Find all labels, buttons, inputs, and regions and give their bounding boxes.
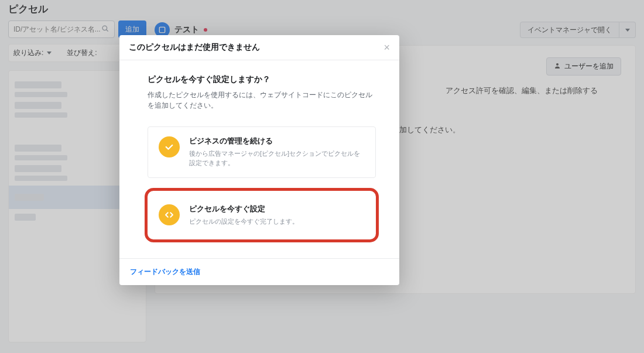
check-icon — [159, 136, 180, 157]
option-text: ピクセルを今すぐ設定 ピクセルの設定を今すぐ完了します。 — [189, 204, 299, 227]
option-setup-now[interactable]: ピクセルを今すぐ設定 ピクセルの設定を今すぐ完了します。 — [148, 191, 376, 240]
modal-title: このピクセルはまだ使用できません — [129, 42, 260, 53]
option-title: ビジネスの管理を続ける — [189, 136, 365, 146]
close-icon[interactable]: × — [383, 42, 390, 53]
option-desc: ピクセルの設定を今すぐ完了します。 — [189, 217, 299, 227]
modal-header: このピクセルはまだ使用できません × — [119, 35, 399, 60]
option-continue-business[interactable]: ビジネスの管理を続ける 後から広告マネージャの[ピクセル]セクションでピクセルを… — [148, 126, 376, 178]
setup-modal: このピクセルはまだ使用できません × ピクセルを今すぐ設定しますか？ 作成したピ… — [119, 35, 399, 285]
modal-question: ピクセルを今すぐ設定しますか？ — [148, 74, 376, 85]
modal-footer: フィードバックを送信 — [119, 258, 399, 285]
feedback-link[interactable]: フィードバックを送信 — [130, 268, 200, 276]
modal-question-desc: 作成したピクセルを使用するには、ウェブサイトコードにこのピクセルを追加してくださ… — [148, 90, 376, 111]
option-desc: 後から広告マネージャの[ピクセル]セクションでピクセルを設定できます。 — [189, 149, 365, 168]
code-icon — [159, 204, 180, 225]
modal-body: ピクセルを今すぐ設定しますか？ 作成したピクセルを使用するには、ウェブサイトコー… — [119, 60, 399, 258]
option-title: ピクセルを今すぐ設定 — [189, 204, 299, 214]
option-text: ビジネスの管理を続ける 後から広告マネージャの[ピクセル]セクションでピクセルを… — [189, 136, 365, 168]
